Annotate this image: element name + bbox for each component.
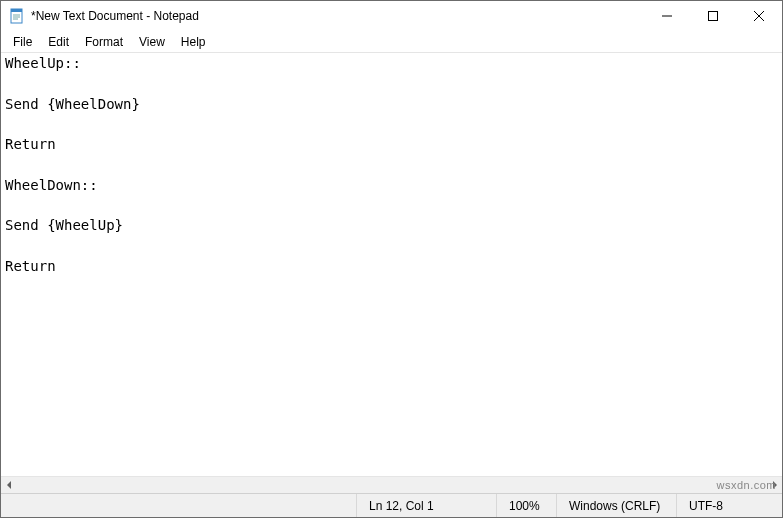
- status-cursor-position: Ln 12, Col 1: [357, 494, 497, 517]
- minimize-button[interactable]: [644, 1, 690, 31]
- close-button[interactable]: [736, 1, 782, 31]
- notepad-icon: [9, 8, 25, 24]
- menubar: File Edit Format View Help: [1, 31, 782, 53]
- menu-help[interactable]: Help: [173, 32, 214, 52]
- status-zoom: 100%: [497, 494, 557, 517]
- status-gap: [1, 494, 357, 517]
- scroll-left-icon[interactable]: [1, 477, 18, 494]
- notepad-window: *New Text Document - Notepad File Edit F…: [0, 0, 783, 518]
- menu-edit[interactable]: Edit: [40, 32, 77, 52]
- scroll-track[interactable]: [18, 477, 765, 493]
- text-editor[interactable]: WheelUp:: Send {WheelDown} Return WheelD…: [1, 53, 782, 476]
- menu-format[interactable]: Format: [77, 32, 131, 52]
- statusbar: Ln 12, Col 1 100% Windows (CRLF) UTF-8: [1, 493, 782, 517]
- horizontal-scrollbar[interactable]: [1, 476, 782, 493]
- window-title: *New Text Document - Notepad: [31, 9, 199, 23]
- svg-rect-6: [709, 12, 718, 21]
- svg-rect-1: [11, 9, 22, 12]
- editor-content[interactable]: WheelUp:: Send {WheelDown} Return WheelD…: [1, 53, 782, 276]
- status-line-ending: Windows (CRLF): [557, 494, 677, 517]
- menu-file[interactable]: File: [5, 32, 40, 52]
- watermark-text: wsxdn.com: [716, 479, 776, 491]
- svg-marker-9: [7, 481, 11, 489]
- titlebar[interactable]: *New Text Document - Notepad: [1, 1, 782, 31]
- menu-view[interactable]: View: [131, 32, 173, 52]
- status-encoding: UTF-8: [677, 494, 782, 517]
- maximize-button[interactable]: [690, 1, 736, 31]
- window-controls: [644, 1, 782, 31]
